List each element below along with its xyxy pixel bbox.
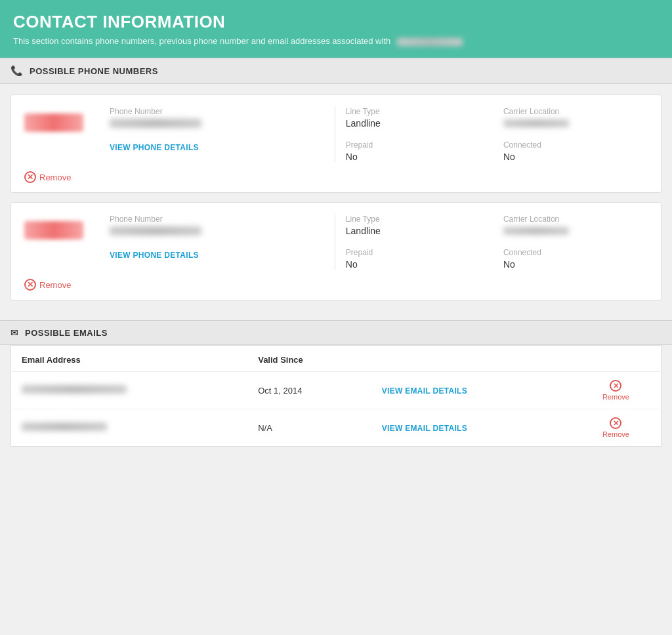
remove-email-button[interactable]: ✕ Remove xyxy=(581,417,650,438)
phone-number-label: Phone Number xyxy=(110,107,311,116)
phone-cards-container: Phone Number VIEW PHONE DETAILS Line Typ… xyxy=(0,84,672,320)
carrier-location-redacted xyxy=(503,227,569,235)
carrier-logo xyxy=(24,113,83,132)
phone-info-left: Phone Number VIEW PHONE DETAILS xyxy=(103,107,324,153)
email-row: N/A VIEW EMAIL DETAILS ✕ Remove xyxy=(11,409,662,447)
contact-info-header: CONTACT INFORMATION This section contain… xyxy=(0,0,672,58)
line-type-field: Line Type Landline xyxy=(346,215,490,237)
view-email-details-link[interactable]: VIEW EMAIL DETAILS xyxy=(382,386,467,396)
email-table-container: Email Address Valid Since Oct 1, 2014 VI… xyxy=(0,345,672,457)
connected-field: Connected No xyxy=(503,248,648,270)
carrier-location-field: Carrier Location xyxy=(503,215,648,237)
vertical-divider xyxy=(335,107,335,162)
actions-col-header xyxy=(371,346,571,372)
email-address-cell xyxy=(11,409,248,447)
email-row: Oct 1, 2014 VIEW EMAIL DETAILS ✕ Remove xyxy=(11,372,662,409)
phone-number-label: Phone Number xyxy=(110,215,311,224)
phone-card: Phone Number VIEW PHONE DETAILS Line Typ… xyxy=(10,202,662,300)
carrier-location-redacted xyxy=(503,119,569,127)
email-address-redacted xyxy=(22,422,107,431)
carrier-logo xyxy=(24,221,83,239)
remove-phone-button[interactable]: ✕ Remove xyxy=(24,279,71,291)
phone-info-right: Line Type Landline Carrier Location Prep… xyxy=(346,107,648,162)
remove-circle-icon: ✕ xyxy=(610,417,621,429)
remove-email-cell: ✕ Remove xyxy=(571,409,662,447)
prepaid-field: Prepaid No xyxy=(346,248,490,270)
email-table: Email Address Valid Since Oct 1, 2014 VI… xyxy=(10,345,662,447)
view-email-cell: VIEW EMAIL DETAILS xyxy=(371,372,571,409)
remove-circle-icon: ✕ xyxy=(24,279,36,291)
prepaid-field: Prepaid No xyxy=(346,140,490,162)
header-subtitle: This section contains phone numbers, pre… xyxy=(13,36,659,46)
remove-circle-icon: ✕ xyxy=(610,380,621,392)
email-section: ✉ POSSIBLE EMAILS Email Address Valid Si… xyxy=(0,320,672,457)
phone-info-left: Phone Number VIEW PHONE DETAILS xyxy=(103,215,324,260)
email-address-redacted xyxy=(22,385,127,394)
valid-since-cell: N/A xyxy=(247,409,371,447)
view-phone-details-link[interactable]: VIEW PHONE DETAILS xyxy=(110,143,199,152)
carrier-logo-area xyxy=(24,221,103,239)
phone-icon: 📞 xyxy=(10,65,23,77)
carrier-location-field: Carrier Location xyxy=(503,107,648,130)
phone-numbers-section: 📞 POSSIBLE PHONE NUMBERS Phone Number VI… xyxy=(0,58,672,320)
valid-since-col-header: Valid Since xyxy=(247,346,371,372)
page-title: CONTACT INFORMATION xyxy=(13,12,659,32)
email-col-header: Email Address xyxy=(11,346,248,372)
line-type-field: Line Type Landline xyxy=(346,107,490,130)
phone-number-redacted xyxy=(110,226,201,236)
remove-circle-icon: ✕ xyxy=(24,171,36,183)
view-phone-details-link[interactable]: VIEW PHONE DETAILS xyxy=(110,251,199,260)
carrier-logo-area xyxy=(24,113,103,132)
view-email-cell: VIEW EMAIL DETAILS xyxy=(371,409,571,447)
phone-section-label: POSSIBLE PHONE NUMBERS xyxy=(30,66,158,76)
remove-email-button[interactable]: ✕ Remove xyxy=(581,380,650,401)
valid-since-cell: Oct 1, 2014 xyxy=(247,372,371,409)
connected-field: Connected No xyxy=(503,140,648,162)
email-icon: ✉ xyxy=(10,327,18,338)
phone-info-right: Line Type Landline Carrier Location Prep… xyxy=(346,215,648,270)
redacted-name xyxy=(397,38,463,46)
phone-number-redacted xyxy=(110,119,201,128)
remove-col-header xyxy=(571,346,662,372)
email-section-label: POSSIBLE EMAILS xyxy=(25,328,108,338)
view-email-details-link[interactable]: VIEW EMAIL DETAILS xyxy=(382,424,467,433)
vertical-divider xyxy=(335,215,335,270)
remove-email-cell: ✕ Remove xyxy=(571,372,662,409)
phone-card: Phone Number VIEW PHONE DETAILS Line Typ… xyxy=(10,94,662,193)
email-section-header: ✉ POSSIBLE EMAILS xyxy=(0,320,672,345)
remove-phone-button[interactable]: ✕ Remove xyxy=(24,171,71,183)
phone-section-header: 📞 POSSIBLE PHONE NUMBERS xyxy=(0,58,672,84)
email-address-cell xyxy=(11,372,248,409)
